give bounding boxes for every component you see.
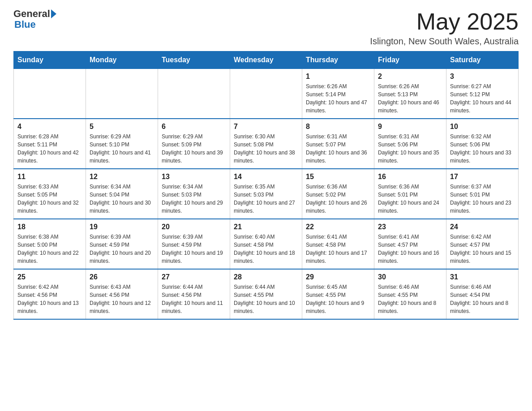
calendar-cell: 16Sunrise: 6:36 AMSunset: 5:01 PMDayligh… — [374, 169, 446, 219]
calendar-cell: 6Sunrise: 6:29 AMSunset: 5:09 PMDaylight… — [158, 119, 230, 169]
day-number: 21 — [234, 223, 298, 231]
calendar-cell: 10Sunrise: 6:32 AMSunset: 5:06 PMDayligh… — [446, 119, 519, 169]
calendar-cell: 29Sunrise: 6:45 AMSunset: 4:55 PMDayligh… — [302, 269, 374, 319]
calendar-cell: 20Sunrise: 6:39 AMSunset: 4:59 PMDayligh… — [158, 219, 230, 269]
calendar-cell: 31Sunrise: 6:46 AMSunset: 4:54 PMDayligh… — [446, 269, 519, 319]
logo-blue-text: Blue — [14, 19, 36, 30]
day-number: 30 — [378, 273, 442, 281]
calendar-week-row: 4Sunrise: 6:28 AMSunset: 5:11 PMDaylight… — [14, 119, 519, 169]
calendar-cell: 7Sunrise: 6:30 AMSunset: 5:08 PMDaylight… — [230, 119, 302, 169]
day-number: 7 — [234, 123, 298, 131]
calendar-cell: 28Sunrise: 6:44 AMSunset: 4:55 PMDayligh… — [230, 269, 302, 319]
col-friday: Friday — [374, 51, 446, 69]
col-saturday: Saturday — [446, 51, 519, 69]
day-info: Sunrise: 6:45 AMSunset: 4:55 PMDaylight:… — [306, 283, 370, 315]
day-info: Sunrise: 6:41 AMSunset: 4:58 PMDaylight:… — [306, 233, 370, 265]
day-info: Sunrise: 6:32 AMSunset: 5:06 PMDaylight:… — [450, 133, 515, 165]
col-tuesday: Tuesday — [158, 51, 230, 69]
calendar-cell: 4Sunrise: 6:28 AMSunset: 5:11 PMDaylight… — [14, 119, 86, 169]
day-number: 27 — [162, 273, 226, 281]
calendar-cell: 25Sunrise: 6:42 AMSunset: 4:56 PMDayligh… — [14, 269, 86, 319]
col-thursday: Thursday — [302, 51, 374, 69]
calendar-table: Sunday Monday Tuesday Wednesday Thursday… — [13, 51, 519, 320]
logo-arrow-icon — [51, 9, 56, 18]
day-number: 22 — [306, 223, 370, 231]
day-number: 12 — [90, 173, 154, 181]
day-info: Sunrise: 6:44 AMSunset: 4:56 PMDaylight:… — [162, 283, 226, 315]
location-title: Islington, New South Wales, Australia — [370, 36, 519, 47]
month-title: May 2025 — [370, 9, 519, 34]
day-number: 6 — [162, 123, 226, 131]
calendar-cell: 17Sunrise: 6:37 AMSunset: 5:01 PMDayligh… — [446, 169, 519, 219]
day-number: 14 — [234, 173, 298, 181]
day-number: 11 — [17, 173, 82, 181]
day-number: 5 — [90, 123, 154, 131]
day-info: Sunrise: 6:46 AMSunset: 4:55 PMDaylight:… — [378, 283, 442, 315]
calendar-week-row: 1Sunrise: 6:26 AMSunset: 5:14 PMDaylight… — [14, 69, 519, 119]
day-info: Sunrise: 6:39 AMSunset: 4:59 PMDaylight:… — [90, 233, 154, 265]
day-number: 17 — [450, 173, 515, 181]
day-number: 19 — [90, 223, 154, 231]
calendar-cell: 22Sunrise: 6:41 AMSunset: 4:58 PMDayligh… — [302, 219, 374, 269]
day-info: Sunrise: 6:29 AMSunset: 5:09 PMDaylight:… — [162, 133, 226, 165]
day-info: Sunrise: 6:41 AMSunset: 4:57 PMDaylight:… — [378, 233, 442, 265]
day-number: 8 — [306, 123, 370, 131]
day-info: Sunrise: 6:27 AMSunset: 5:12 PMDaylight:… — [450, 82, 515, 115]
day-info: Sunrise: 6:34 AMSunset: 5:04 PMDaylight:… — [90, 183, 154, 215]
day-info: Sunrise: 6:33 AMSunset: 5:05 PMDaylight:… — [17, 183, 82, 215]
day-number: 24 — [450, 223, 515, 231]
calendar-cell: 11Sunrise: 6:33 AMSunset: 5:05 PMDayligh… — [14, 169, 86, 219]
col-monday: Monday — [86, 51, 158, 69]
calendar-cell: 8Sunrise: 6:31 AMSunset: 5:07 PMDaylight… — [302, 119, 374, 169]
calendar-cell: 14Sunrise: 6:35 AMSunset: 5:03 PMDayligh… — [230, 169, 302, 219]
calendar-week-row: 11Sunrise: 6:33 AMSunset: 5:05 PMDayligh… — [14, 169, 519, 219]
day-info: Sunrise: 6:36 AMSunset: 5:02 PMDaylight:… — [306, 183, 370, 215]
day-info: Sunrise: 6:28 AMSunset: 5:11 PMDaylight:… — [17, 133, 82, 165]
day-info: Sunrise: 6:35 AMSunset: 5:03 PMDaylight:… — [234, 183, 298, 215]
day-info: Sunrise: 6:43 AMSunset: 4:56 PMDaylight:… — [90, 283, 154, 315]
col-sunday: Sunday — [14, 51, 86, 69]
calendar-cell — [230, 69, 302, 119]
day-info: Sunrise: 6:34 AMSunset: 5:03 PMDaylight:… — [162, 183, 226, 215]
day-info: Sunrise: 6:26 AMSunset: 5:14 PMDaylight:… — [306, 82, 370, 115]
calendar-cell: 13Sunrise: 6:34 AMSunset: 5:03 PMDayligh… — [158, 169, 230, 219]
col-wednesday: Wednesday — [230, 51, 302, 69]
day-info: Sunrise: 6:42 AMSunset: 4:56 PMDaylight:… — [17, 283, 82, 315]
day-info: Sunrise: 6:40 AMSunset: 4:58 PMDaylight:… — [234, 233, 298, 265]
calendar-cell: 2Sunrise: 6:26 AMSunset: 5:13 PMDaylight… — [374, 69, 446, 119]
calendar-cell: 21Sunrise: 6:40 AMSunset: 4:58 PMDayligh… — [230, 219, 302, 269]
day-number: 1 — [306, 73, 370, 81]
day-number: 23 — [378, 223, 442, 231]
day-number: 29 — [306, 273, 370, 281]
page-header: General Blue May 2025 Islington, New Sou… — [13, 9, 519, 47]
day-number: 25 — [17, 273, 82, 281]
day-number: 16 — [378, 173, 442, 181]
day-number: 20 — [162, 223, 226, 231]
day-info: Sunrise: 6:36 AMSunset: 5:01 PMDaylight:… — [378, 183, 442, 215]
calendar-cell — [14, 69, 86, 119]
calendar-week-row: 18Sunrise: 6:38 AMSunset: 5:00 PMDayligh… — [14, 219, 519, 269]
calendar-cell: 18Sunrise: 6:38 AMSunset: 5:00 PMDayligh… — [14, 219, 86, 269]
day-number: 3 — [450, 73, 515, 81]
day-info: Sunrise: 6:46 AMSunset: 4:54 PMDaylight:… — [450, 283, 515, 315]
calendar-cell: 9Sunrise: 6:31 AMSunset: 5:06 PMDaylight… — [374, 119, 446, 169]
calendar-cell — [86, 69, 158, 119]
day-number: 4 — [17, 123, 82, 131]
day-info: Sunrise: 6:31 AMSunset: 5:06 PMDaylight:… — [378, 133, 442, 165]
calendar-cell: 30Sunrise: 6:46 AMSunset: 4:55 PMDayligh… — [374, 269, 446, 319]
header-row: Sunday Monday Tuesday Wednesday Thursday… — [14, 51, 519, 69]
calendar-cell: 1Sunrise: 6:26 AMSunset: 5:14 PMDaylight… — [302, 69, 374, 119]
day-number: 28 — [234, 273, 298, 281]
day-info: Sunrise: 6:26 AMSunset: 5:13 PMDaylight:… — [378, 82, 442, 115]
calendar-header: Sunday Monday Tuesday Wednesday Thursday… — [14, 51, 519, 69]
logo: General Blue — [13, 9, 56, 30]
day-info: Sunrise: 6:31 AMSunset: 5:07 PMDaylight:… — [306, 133, 370, 165]
day-info: Sunrise: 6:29 AMSunset: 5:10 PMDaylight:… — [90, 133, 154, 165]
day-info: Sunrise: 6:39 AMSunset: 4:59 PMDaylight:… — [162, 233, 226, 265]
day-info: Sunrise: 6:37 AMSunset: 5:01 PMDaylight:… — [450, 183, 515, 215]
calendar-cell: 27Sunrise: 6:44 AMSunset: 4:56 PMDayligh… — [158, 269, 230, 319]
day-number: 18 — [17, 223, 82, 231]
day-number: 31 — [450, 273, 515, 281]
day-number: 15 — [306, 173, 370, 181]
calendar-cell: 5Sunrise: 6:29 AMSunset: 5:10 PMDaylight… — [86, 119, 158, 169]
